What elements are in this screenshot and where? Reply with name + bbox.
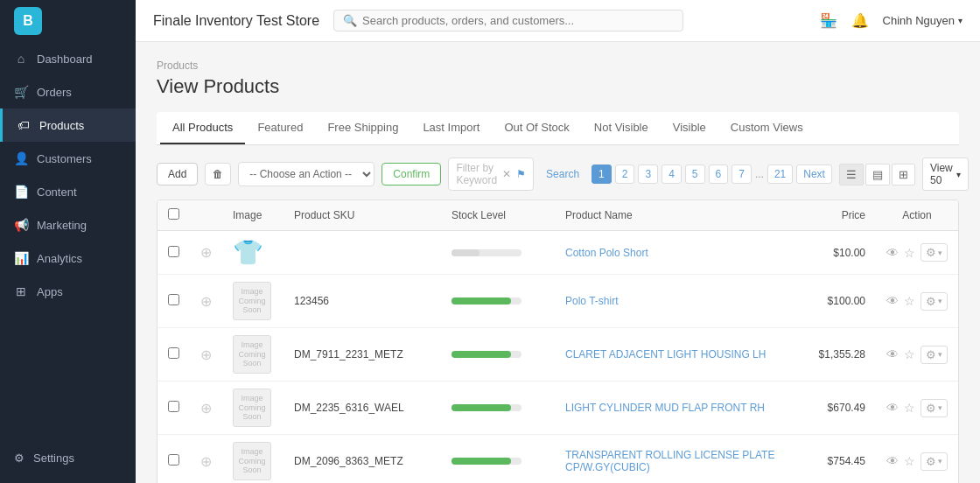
row-add-icon-3[interactable]: ⊕ [200, 401, 212, 416]
sidebar-label-orders: Orders [37, 86, 72, 99]
confirm-button[interactable]: Confirm [382, 163, 441, 186]
sidebar-item-dashboard[interactable]: ⌂ Dashboard [0, 42, 136, 75]
view-icon-4[interactable]: 👁 [886, 454, 899, 468]
sidebar-label-dashboard: Dashboard [37, 52, 93, 66]
page-4-button[interactable]: 4 [662, 164, 682, 184]
row-checkbox-1[interactable] [168, 294, 179, 305]
sidebar-item-marketing[interactable]: 📢 Marketing [0, 208, 136, 242]
row-actions-4: 👁 ☆ ⚙▾ [886, 452, 948, 471]
filter-keyword-box[interactable]: Filter by Keyword ✕ ⚑ [448, 158, 534, 191]
view-icon-3[interactable]: 👁 [886, 401, 899, 415]
col-header-image: Image [222, 200, 284, 231]
row-sku-4: DM_2096_8363_METZ [284, 435, 441, 484]
sidebar-label-analytics: Analytics [37, 252, 82, 265]
row-add-icon-1[interactable]: ⊕ [200, 294, 212, 309]
gear-icon-0[interactable]: ⚙▾ [920, 243, 948, 262]
store-icon[interactable]: 🏪 [820, 12, 837, 29]
tab-free-shipping[interactable]: Free Shipping [315, 112, 410, 144]
gear-icon-4[interactable]: ⚙▾ [920, 452, 948, 471]
sidebar-bottom: ⚙ Settings [0, 433, 136, 483]
row-price-4: $754.45 [788, 435, 876, 484]
col-header-price: Price [788, 200, 876, 231]
product-name-link-2[interactable]: CLARET ADJACENT LIGHT HOUSING LH [565, 348, 766, 360]
page-2-button[interactable]: 2 [615, 164, 635, 184]
page-7-button[interactable]: 7 [732, 164, 752, 184]
view-compact-button[interactable]: ▤ [865, 164, 890, 186]
stock-bar-wrap-3 [452, 404, 522, 411]
stock-bar-1 [452, 298, 511, 304]
page-6-button[interactable]: 6 [709, 164, 729, 184]
tab-custom-views[interactable]: Custom Views [718, 112, 816, 144]
row-add-icon-0[interactable]: ⊕ [200, 245, 212, 260]
view-icon-0[interactable]: 👁 [886, 246, 899, 260]
row-checkbox-2[interactable] [168, 347, 179, 359]
stock-bar-2 [452, 351, 511, 358]
row-actions-3: 👁 ☆ ⚙▾ [886, 399, 948, 417]
next-button[interactable]: Next [796, 164, 832, 184]
row-add-icon-4[interactable]: ⊕ [200, 454, 212, 469]
product-name-link-1[interactable]: Polo T-shirt [565, 295, 618, 307]
tab-featured[interactable]: Featured [245, 112, 315, 144]
gear-icon-3[interactable]: ⚙▾ [920, 399, 948, 417]
gear-icon-2[interactable]: ⚙▾ [920, 346, 948, 364]
tab-out-of-stock[interactable]: Out Of Stock [492, 112, 581, 144]
table-row: ⊕ ImageComingSoon DM_2235_6316_WAEL LIGH… [158, 382, 958, 435]
star-icon-4[interactable]: ☆ [904, 454, 915, 468]
col-header-stock: Stock Level [441, 200, 555, 231]
customers-icon: 👤 [14, 151, 28, 165]
action-select[interactable]: -- Choose an Action -- [238, 162, 374, 186]
user-menu[interactable]: Chinh Nguyen ▾ [883, 14, 962, 27]
sidebar-item-products[interactable]: 🏷 Products [0, 108, 136, 142]
gear-chevron-3: ▾ [938, 403, 942, 412]
search-button[interactable]: Search [541, 164, 584, 184]
products-icon: 🏷 [17, 118, 31, 132]
orders-icon: 🛒 [14, 85, 28, 99]
sidebar-item-orders[interactable]: 🛒 Orders [0, 75, 136, 108]
row-checkbox-0[interactable] [168, 246, 179, 257]
star-icon-2[interactable]: ☆ [904, 347, 915, 361]
sidebar-item-content[interactable]: 📄 Content [0, 175, 136, 208]
tab-not-visible[interactable]: Not Visible [582, 112, 661, 144]
header-search-box[interactable]: 🔍 [333, 10, 683, 32]
filter-icon[interactable]: ⚑ [516, 168, 526, 180]
row-checkbox-4[interactable] [168, 454, 179, 466]
product-name-link-3[interactable]: LIGHT CYLINDER MUD FLAP FRONT RH [565, 402, 765, 414]
page-21-button[interactable]: 21 [767, 164, 793, 184]
star-icon-3[interactable]: ☆ [904, 401, 915, 415]
add-button[interactable]: Add [157, 163, 198, 186]
view-icon-1[interactable]: 👁 [886, 294, 899, 308]
tab-last-import[interactable]: Last Import [410, 112, 492, 144]
sidebar-nav: ⌂ Dashboard 🛒 Orders 🏷 Products 👤 Custom… [0, 42, 136, 433]
tab-visible[interactable]: Visible [661, 112, 718, 144]
tab-all-products[interactable]: All Products [160, 112, 245, 144]
view-icon-2[interactable]: 👁 [886, 347, 899, 361]
bell-icon[interactable]: 🔔 [851, 12, 869, 29]
sidebar-item-analytics[interactable]: 📊 Analytics [0, 242, 136, 275]
stock-bar-0 [452, 249, 480, 256]
delete-button[interactable]: 🗑 [205, 163, 231, 186]
sidebar-label-settings: Settings [33, 452, 74, 465]
product-name-link-4[interactable]: TRANSPARENT ROLLING LICENSE PLATE CP/W.G… [565, 449, 774, 473]
sidebar-item-apps[interactable]: ⊞ Apps [0, 275, 136, 308]
gear-chevron-2: ▾ [938, 350, 942, 359]
view-count-select[interactable]: View 50 ▾ [922, 158, 969, 191]
clear-filter-icon[interactable]: ✕ [502, 168, 511, 180]
view-grid-button[interactable]: ⊞ [892, 164, 915, 186]
search-input[interactable] [362, 14, 674, 27]
row-add-icon-2[interactable]: ⊕ [200, 347, 212, 362]
gear-chevron-4: ▾ [938, 457, 942, 466]
gear-icon-1[interactable]: ⚙▾ [920, 292, 948, 311]
star-icon-1[interactable]: ☆ [904, 294, 915, 308]
sidebar-item-customers[interactable]: 👤 Customers [0, 142, 136, 175]
star-icon-0[interactable]: ☆ [904, 246, 915, 260]
select-all-checkbox[interactable] [168, 208, 179, 220]
sidebar-label-content: Content [37, 186, 77, 199]
sidebar-item-settings[interactable]: ⚙ Settings [14, 442, 122, 474]
page-3-button[interactable]: 3 [638, 164, 658, 184]
page-1-button[interactable]: 1 [592, 164, 612, 184]
page-5-button[interactable]: 5 [685, 164, 705, 184]
row-checkbox-3[interactable] [168, 401, 179, 412]
product-name-link-0[interactable]: Cotton Polo Short [565, 247, 648, 259]
table-row: ⊕ ImageComingSoon DM_2096_8363_METZ TRAN… [158, 435, 958, 484]
view-list-button[interactable]: ☰ [839, 164, 864, 186]
